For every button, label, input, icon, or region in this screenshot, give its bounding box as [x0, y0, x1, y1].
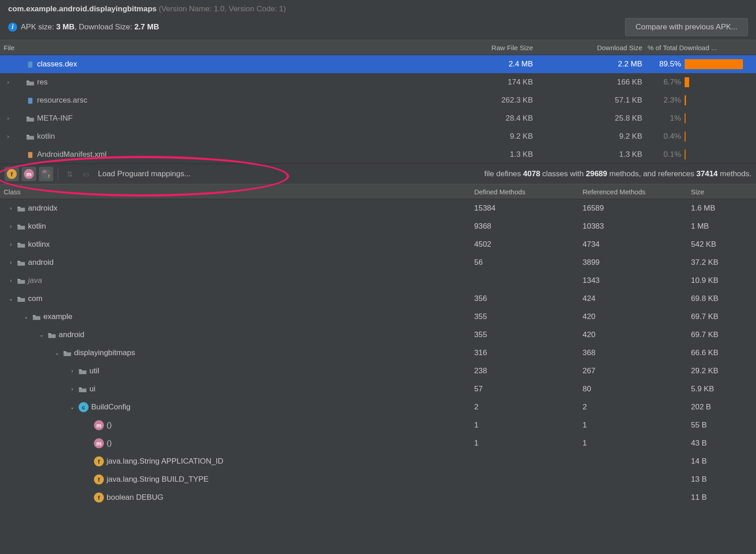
- col-pct-download[interactable]: % of Total Download ...: [646, 44, 756, 52]
- toolbar-separator: [58, 168, 58, 180]
- defined-methods: 356: [474, 294, 583, 303]
- class-name: kotlinx: [28, 240, 50, 249]
- package-icon: [17, 205, 25, 211]
- class-row[interactable]: ›kotlinx45024734542 KB: [0, 235, 756, 254]
- expand-chevron-icon[interactable]: ›: [69, 368, 76, 374]
- method-icon: m: [94, 420, 104, 430]
- col-defined-methods[interactable]: Defined Methods: [474, 188, 583, 196]
- class-name: java: [28, 276, 42, 285]
- class-size: 29.2 KB: [691, 366, 756, 376]
- file-download-size: 9.2 KB: [542, 132, 646, 141]
- referenced-methods: 420: [583, 330, 691, 339]
- col-raw-size[interactable]: Raw File Size: [434, 44, 542, 52]
- file-raw-size: 9.2 KB: [434, 132, 542, 141]
- class-name: displayingbitmaps: [74, 348, 135, 357]
- file-raw-size: 1.3 KB: [434, 150, 542, 159]
- expand-chevron-icon[interactable]: ⌄: [23, 314, 30, 320]
- file-bar: [685, 131, 756, 141]
- file-raw-size: 2.4 MB: [434, 60, 542, 69]
- expand-chevron-icon[interactable]: ›: [69, 386, 76, 392]
- class-row[interactable]: ›java134310.9 KB: [0, 272, 756, 290]
- class-row[interactable]: fboolean DEBUG11 B: [0, 488, 756, 507]
- referenced-methods: 16589: [583, 204, 691, 213]
- file-row[interactable]: ›kotlin9.2 KB9.2 KB0.4%: [0, 127, 756, 146]
- expand-chevron-icon[interactable]: ›: [7, 277, 14, 284]
- file-row[interactable]: ›res174 KB166 KB6.7%: [0, 73, 756, 91]
- col-class[interactable]: Class: [0, 188, 474, 196]
- defined-methods: 57: [474, 385, 583, 394]
- class-table-header: Class Defined Methods Referenced Methods…: [0, 184, 756, 199]
- expand-chevron-icon[interactable]: ⌄: [69, 404, 76, 410]
- class-size: 14 B: [691, 457, 756, 466]
- expand-chevron-icon[interactable]: ›: [5, 115, 12, 122]
- file-raw-size: 174 KB: [434, 78, 542, 87]
- class-row[interactable]: ›androidx15384165891.6 MB: [0, 199, 756, 217]
- file-raw-size: 262.3 KB: [434, 96, 542, 105]
- show-all-button[interactable]: [39, 167, 53, 181]
- class-rows: ›androidx15384165891.6 MB›kotlin93681038…: [0, 199, 756, 507]
- xml-file-icon: [26, 151, 34, 158]
- col-referenced-methods[interactable]: Referenced Methods: [583, 188, 691, 196]
- file-row[interactable]: resources.arsc262.3 KB57.1 KB2.3%: [0, 91, 756, 109]
- class-size: 10.9 KB: [691, 276, 756, 285]
- show-fields-button[interactable]: f: [5, 167, 19, 181]
- expand-chevron-icon[interactable]: ›: [7, 259, 14, 266]
- expand-chevron-icon[interactable]: ›: [5, 79, 12, 85]
- col-size[interactable]: Size: [691, 188, 756, 196]
- col-file[interactable]: File: [0, 44, 434, 52]
- show-methods-button[interactable]: m: [22, 167, 36, 181]
- class-row[interactable]: ⌄example35542069.7 KB: [0, 308, 756, 326]
- expand-chevron-icon[interactable]: ›: [7, 241, 14, 248]
- class-icon: c: [79, 402, 89, 412]
- col-download-size[interactable]: Download Size: [542, 44, 646, 52]
- file-row[interactable]: ›META-INF28.4 KB25.8 KB1%: [0, 109, 756, 127]
- class-row[interactable]: ⌄android35542069.7 KB: [0, 326, 756, 344]
- navigate-icon: ⇅: [63, 167, 76, 181]
- defined-methods: 316: [474, 348, 583, 357]
- class-row[interactable]: ›util23826729.2 KB: [0, 362, 756, 380]
- class-row[interactable]: fjava.lang.String APPLICATION_ID14 B: [0, 452, 756, 470]
- expand-chevron-icon[interactable]: ›: [5, 133, 12, 140]
- class-size: 1.6 MB: [691, 204, 756, 213]
- package-icon: [17, 277, 25, 284]
- class-row[interactable]: ›android56389937.2 KB: [0, 254, 756, 272]
- class-row[interactable]: ⌄displayingbitmaps31636866.6 KB: [0, 344, 756, 362]
- class-name: androidx: [28, 204, 57, 213]
- class-row[interactable]: ⌄cBuildConfig22202 B: [0, 398, 756, 416]
- file-bar: [685, 150, 756, 160]
- compare-apk-button[interactable]: Compare with previous APK...: [625, 18, 748, 36]
- referenced-methods: 267: [583, 366, 691, 376]
- dex-file-icon: [26, 61, 34, 67]
- expand-chevron-icon[interactable]: ⌄: [38, 332, 45, 338]
- defined-methods: 56: [474, 258, 583, 267]
- class-row[interactable]: fjava.lang.String BUILD_TYPE13 B: [0, 470, 756, 488]
- expand-chevron-icon[interactable]: ⌄: [53, 350, 61, 356]
- file-row[interactable]: AndroidManifest.xml1.3 KB1.3 KB0.1%: [0, 146, 756, 164]
- class-row[interactable]: ›ui57805.9 KB: [0, 380, 756, 398]
- expand-chevron-icon[interactable]: ⌄: [7, 296, 14, 302]
- file-name: resources.arsc: [37, 96, 87, 105]
- dex-stats: file defines 4078 classes with 29689 met…: [484, 169, 751, 178]
- load-proguard-button[interactable]: Load Proguard mappings...: [98, 169, 191, 178]
- file-rows: classes.dex2.4 MB2.2 MB89.5%›res174 KB16…: [0, 55, 756, 164]
- package-icon: [63, 350, 71, 356]
- referenced-methods: 1343: [583, 276, 691, 285]
- expand-chevron-icon[interactable]: ›: [7, 205, 14, 211]
- package-icon: [17, 259, 25, 266]
- file-pct: 0.4%: [646, 132, 685, 141]
- svg-rect-0: [28, 62, 32, 68]
- class-size: 13 B: [691, 475, 756, 484]
- class-size: 43 B: [691, 439, 756, 448]
- expand-chevron-icon[interactable]: ›: [7, 223, 14, 230]
- class-row[interactable]: m()1155 B: [0, 416, 756, 434]
- defined-methods: 355: [474, 330, 583, 339]
- file-row[interactable]: classes.dex2.4 MB2.2 MB89.5%: [0, 55, 756, 73]
- class-row[interactable]: m()1143 B: [0, 434, 756, 452]
- referenced-methods: 80: [583, 385, 691, 394]
- referenced-methods: 3899: [583, 258, 691, 267]
- package-icon: [17, 241, 25, 248]
- class-size: 5.9 KB: [691, 385, 756, 394]
- class-row[interactable]: ⌄com35642469.8 KB: [0, 290, 756, 308]
- class-size: 69.8 KB: [691, 294, 756, 303]
- class-row[interactable]: ›kotlin9368103831 MB: [0, 217, 756, 235]
